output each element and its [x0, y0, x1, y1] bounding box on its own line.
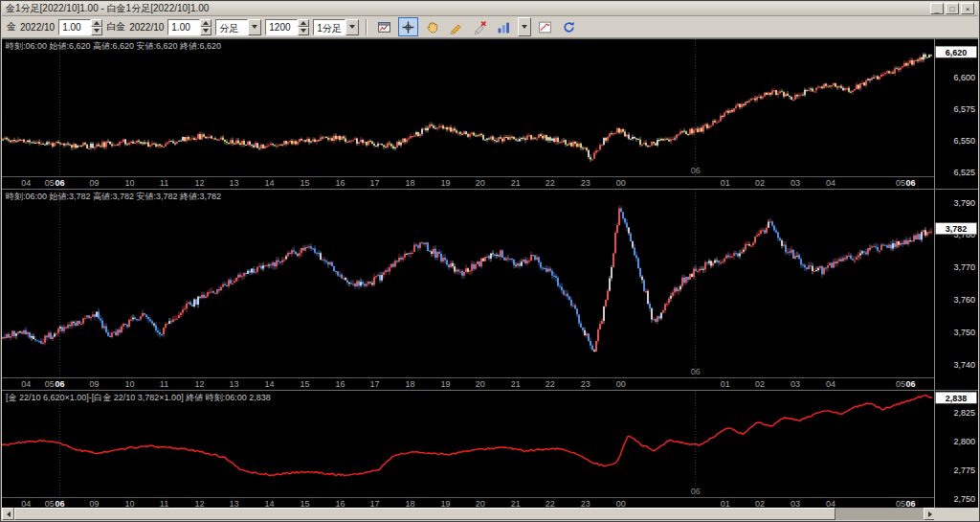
gold-multiplier-up-icon[interactable]: [91, 19, 102, 28]
titlebar[interactable]: 金1分足[2022/10]1.00 - 白金1分足[2022/10]1.00 _…: [2, 2, 978, 16]
scrollbar-corner: [934, 508, 978, 520]
chart-layout-icon[interactable]: [374, 17, 394, 36]
svg-text:06: 06: [906, 379, 916, 389]
svg-text:6,600: 6,600: [953, 73, 975, 82]
platinum-chart-panel: 時刻:06:00 始値:3,782 高値:3,782 安値:3,782 終値:3…: [2, 189, 978, 390]
scrollbar-thumb[interactable]: [14, 508, 835, 520]
svg-text:04: 04: [826, 379, 835, 389]
indicators-icon[interactable]: [494, 17, 514, 36]
svg-text:15: 15: [301, 178, 310, 188]
svg-text:06: 06: [691, 166, 701, 175]
svg-text:21: 21: [511, 178, 521, 188]
horizontal-scrollbar[interactable]: [2, 508, 936, 520]
pan-hand-icon[interactable]: [422, 17, 442, 36]
svg-text:2,800: 2,800: [953, 437, 975, 446]
toolbar-separator: [366, 19, 368, 35]
indicators-dropdown-icon[interactable]: [518, 17, 531, 36]
maximize-icon[interactable]: □: [946, 3, 959, 14]
svg-text:3,760: 3,760: [953, 295, 975, 305]
chart-area: 時刻:06:00 始値:6,620 高値:6,620 安値:6,620 終値:6…: [2, 38, 978, 510]
gold-multiplier-down-icon[interactable]: [91, 27, 102, 35]
svg-text:2,838: 2,838: [946, 394, 968, 403]
svg-text:18: 18: [406, 178, 415, 188]
svg-text:22: 22: [546, 178, 555, 188]
svg-text:04: 04: [21, 379, 31, 389]
svg-text:00: 00: [616, 379, 626, 389]
svg-text:3,790: 3,790: [953, 198, 975, 208]
bar-count-stepper[interactable]: 1200: [265, 19, 309, 35]
svg-text:21: 21: [511, 379, 521, 389]
platinum-month-label: 2022/10: [129, 22, 164, 33]
spread-chart-panel: [金 22/10 6,620×1.00]-[白金 22/10 3,782×1.0…: [2, 390, 978, 510]
svg-text:17: 17: [370, 178, 380, 188]
svg-text:06: 06: [55, 379, 64, 389]
svg-text:14: 14: [264, 379, 274, 389]
chevron-down-icon[interactable]: [345, 19, 359, 35]
crosshair-icon[interactable]: [398, 17, 418, 36]
period-value: 1分足: [313, 19, 345, 35]
gold-multiplier-stepper[interactable]: 1.00: [58, 19, 102, 35]
chart-style-icon[interactable]: [535, 17, 555, 36]
svg-text:6,575: 6,575: [953, 104, 975, 114]
svg-text:3,782: 3,782: [946, 224, 968, 234]
svg-text:17: 17: [370, 379, 380, 389]
svg-text:20: 20: [476, 379, 485, 389]
gold-label: 金: [7, 20, 16, 34]
svg-text:10: 10: [124, 379, 134, 389]
bar-count-down-icon[interactable]: [298, 27, 309, 35]
platinum-multiplier-down-icon[interactable]: [200, 27, 212, 35]
svg-text:3,750: 3,750: [953, 328, 975, 337]
close-icon[interactable]: ×: [961, 3, 974, 14]
platinum-label: 白金: [106, 20, 125, 34]
gold-multiplier-value[interactable]: 1.00: [58, 19, 91, 35]
chevron-down-icon[interactable]: [248, 19, 261, 35]
svg-text:2,825: 2,825: [953, 408, 975, 418]
svg-text:11: 11: [160, 178, 168, 188]
svg-text:04: 04: [21, 178, 31, 188]
svg-text:16: 16: [336, 178, 345, 188]
bar-count-value[interactable]: 1200: [265, 19, 298, 35]
platinum-multiplier-stepper[interactable]: 1.00: [167, 19, 212, 35]
toolbar: 金 2022/10 1.00 白金 2022/10 1.00 分足 1200: [2, 16, 978, 38]
erase-line-icon[interactable]: [470, 17, 490, 36]
svg-text:14: 14: [264, 178, 274, 188]
svg-text:06: 06: [55, 178, 64, 188]
svg-text:12: 12: [194, 379, 204, 389]
svg-text:19: 19: [441, 178, 451, 188]
svg-text:19: 19: [441, 379, 451, 389]
period-select[interactable]: 1分足: [313, 19, 359, 35]
svg-text:15: 15: [301, 379, 310, 389]
window-title: 金1分足[2022/10]1.00 - 白金1分足[2022/10]1.00: [6, 2, 209, 15]
svg-text:09: 09: [89, 379, 99, 389]
svg-text:2,775: 2,775: [953, 465, 975, 475]
svg-text:04: 04: [826, 178, 835, 188]
svg-text:05: 05: [45, 178, 55, 188]
platinum-candles-plot[interactable]: 0405060910111213141516171819202122230001…: [2, 190, 978, 390]
svg-text:13: 13: [229, 178, 238, 188]
svg-text:10: 10: [124, 178, 134, 188]
svg-text:05: 05: [896, 178, 905, 188]
platinum-multiplier-value[interactable]: 1.00: [167, 19, 200, 35]
bar-type-select[interactable]: 分足: [215, 19, 261, 35]
platinum-ohlc-readout: 時刻:06:00 始値:3,782 高値:3,782 安値:3,782 終値:3…: [6, 191, 221, 203]
svg-text:23: 23: [581, 379, 590, 389]
svg-text:00: 00: [616, 178, 626, 188]
spread-formula-readout: [金 22/10 6,620×1.00]-[白金 22/10 3,782×1.0…: [6, 392, 271, 404]
reload-icon[interactable]: [559, 17, 579, 36]
svg-text:01: 01: [721, 379, 730, 389]
platinum-multiplier-up-icon[interactable]: [200, 19, 212, 28]
scroll-left-icon[interactable]: [2, 508, 14, 520]
svg-text:13: 13: [229, 379, 238, 389]
minimize-icon[interactable]: _: [930, 3, 944, 14]
scrollbar-track[interactable]: [835, 508, 924, 520]
draw-line-icon[interactable]: [446, 17, 466, 36]
svg-text:02: 02: [755, 379, 765, 389]
svg-text:2,750: 2,750: [953, 494, 975, 504]
bar-count-up-icon[interactable]: [298, 19, 309, 28]
spread-line-plot[interactable]: 0405060910111213141516171819202122230001…: [2, 391, 978, 510]
gold-ohlc-readout: 時刻:06:00 始値:6,620 高値:6,620 安値:6,620 終値:6…: [6, 40, 221, 53]
svg-text:02: 02: [755, 178, 765, 188]
svg-text:6,550: 6,550: [953, 136, 975, 146]
gold-candles-plot[interactable]: 0405060910111213141516171819202122230001…: [2, 39, 978, 189]
svg-text:18: 18: [406, 379, 415, 389]
